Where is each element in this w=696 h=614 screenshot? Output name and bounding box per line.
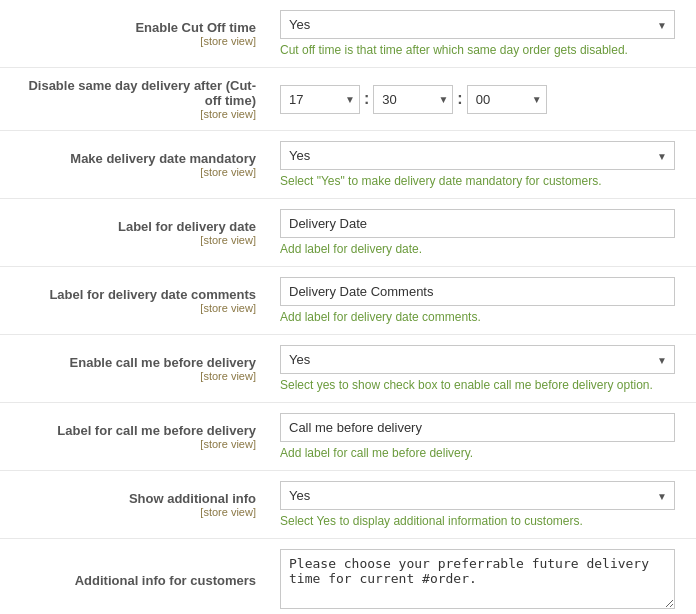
label-cell-make-mandatory: Make delivery date mandatory[store view] [0, 131, 268, 199]
text-input-label-delivery-date[interactable] [280, 209, 675, 238]
minute-wrapper: 0001020304050607080910111213141516171819… [373, 85, 453, 114]
form-row-enable-cut-off: Enable Cut Off time[store view]YesNoCut … [0, 0, 696, 68]
form-row-label-call-before: Label for call me before delivery[store … [0, 403, 696, 471]
form-row-label-delivery-date: Label for delivery date[store view]Add l… [0, 199, 696, 267]
textarea-additional-info-customers[interactable]: Please choose your preferrable future de… [280, 549, 675, 609]
value-cell-label-delivery-date-comments: Add label for delivery date comments. [268, 267, 696, 335]
label-text-disable-same-day: Disable same day delivery after (Cut-off… [12, 78, 256, 108]
label-text-make-mandatory: Make delivery date mandatory [12, 151, 256, 166]
label-text-additional-info-customers: Additional info for customers [12, 573, 256, 588]
settings-form: Enable Cut Off time[store view]YesNoCut … [0, 0, 696, 614]
store-view-enable-cut-off: [store view] [12, 35, 256, 47]
time-separator-1: : [360, 90, 373, 108]
value-cell-label-delivery-date: Add label for delivery date. [268, 199, 696, 267]
text-input-label-call-before[interactable] [280, 413, 675, 442]
hint-make-mandatory: Select "Yes" to make delivery date manda… [280, 174, 684, 188]
label-cell-additional-info-customers: Additional info for customers [0, 539, 268, 615]
form-row-additional-info-customers: Additional info for customersPlease choo… [0, 539, 696, 615]
select-show-additional-info[interactable]: YesNo [280, 481, 675, 510]
label-text-label-delivery-date-comments: Label for delivery date comments [12, 287, 256, 302]
value-cell-enable-cut-off: YesNoCut off time is that time after whi… [268, 0, 696, 68]
hint-enable-cut-off: Cut off time is that time after which sa… [280, 43, 684, 57]
form-row-show-additional-info: Show additional info[store view]YesNoSel… [0, 471, 696, 539]
hour-select[interactable]: 0001020304050607080910111213141516171819… [280, 85, 360, 114]
value-cell-make-mandatory: YesNoSelect "Yes" to make delivery date … [268, 131, 696, 199]
label-text-enable-call-before: Enable call me before delivery [12, 355, 256, 370]
store-view-label-delivery-date: [store view] [12, 234, 256, 246]
label-text-label-call-before: Label for call me before delivery [12, 423, 256, 438]
select-make-mandatory[interactable]: YesNo [280, 141, 675, 170]
label-cell-enable-cut-off: Enable Cut Off time[store view] [0, 0, 268, 68]
label-cell-label-delivery-date-comments: Label for delivery date comments[store v… [0, 267, 268, 335]
store-view-label-delivery-date-comments: [store view] [12, 302, 256, 314]
label-cell-enable-call-before: Enable call me before delivery[store vie… [0, 335, 268, 403]
select-wrapper-enable-call-before: YesNo [280, 345, 675, 374]
label-text-show-additional-info: Show additional info [12, 491, 256, 506]
label-cell-label-delivery-date: Label for delivery date[store view] [0, 199, 268, 267]
label-cell-show-additional-info: Show additional info[store view] [0, 471, 268, 539]
select-wrapper-show-additional-info: YesNo [280, 481, 675, 510]
value-cell-additional-info-customers: Please choose your preferrable future de… [268, 539, 696, 615]
store-view-show-additional-info: [store view] [12, 506, 256, 518]
minute-select[interactable]: 0001020304050607080910111213141516171819… [373, 85, 453, 114]
hint-enable-call-before: Select yes to show check box to enable c… [280, 378, 684, 392]
form-row-disable-same-day: Disable same day delivery after (Cut-off… [0, 68, 696, 131]
hint-label-delivery-date-comments: Add label for delivery date comments. [280, 310, 684, 324]
label-text-enable-cut-off: Enable Cut Off time [12, 20, 256, 35]
hint-show-additional-info: Select Yes to display additional informa… [280, 514, 684, 528]
select-enable-cut-off[interactable]: YesNo [280, 10, 675, 39]
store-view-enable-call-before: [store view] [12, 370, 256, 382]
value-cell-enable-call-before: YesNoSelect yes to show check box to ena… [268, 335, 696, 403]
value-cell-label-call-before: Add label for call me before delivery. [268, 403, 696, 471]
label-cell-disable-same-day: Disable same day delivery after (Cut-off… [0, 68, 268, 131]
hour-wrapper: 0001020304050607080910111213141516171819… [280, 85, 360, 114]
text-input-label-delivery-date-comments[interactable] [280, 277, 675, 306]
form-row-label-delivery-date-comments: Label for delivery date comments[store v… [0, 267, 696, 335]
second-wrapper: 0001020304050607080910111213141516171819… [467, 85, 547, 114]
select-wrapper-make-mandatory: YesNo [280, 141, 675, 170]
select-enable-call-before[interactable]: YesNo [280, 345, 675, 374]
store-view-make-mandatory: [store view] [12, 166, 256, 178]
form-row-enable-call-before: Enable call me before delivery[store vie… [0, 335, 696, 403]
second-select[interactable]: 0001020304050607080910111213141516171819… [467, 85, 547, 114]
time-row-cutoff: 0001020304050607080910111213141516171819… [280, 85, 684, 114]
time-separator-2: : [453, 90, 466, 108]
label-cell-label-call-before: Label for call me before delivery[store … [0, 403, 268, 471]
form-row-make-mandatory: Make delivery date mandatory[store view]… [0, 131, 696, 199]
select-wrapper-enable-cut-off: YesNo [280, 10, 675, 39]
store-view-label-call-before: [store view] [12, 438, 256, 450]
label-text-label-delivery-date: Label for delivery date [12, 219, 256, 234]
value-cell-disable-same-day: 0001020304050607080910111213141516171819… [268, 68, 696, 131]
store-view-disable-same-day: [store view] [12, 108, 256, 120]
value-cell-show-additional-info: YesNoSelect Yes to display additional in… [268, 471, 696, 539]
hint-label-delivery-date: Add label for delivery date. [280, 242, 684, 256]
hint-label-call-before: Add label for call me before delivery. [280, 446, 684, 460]
